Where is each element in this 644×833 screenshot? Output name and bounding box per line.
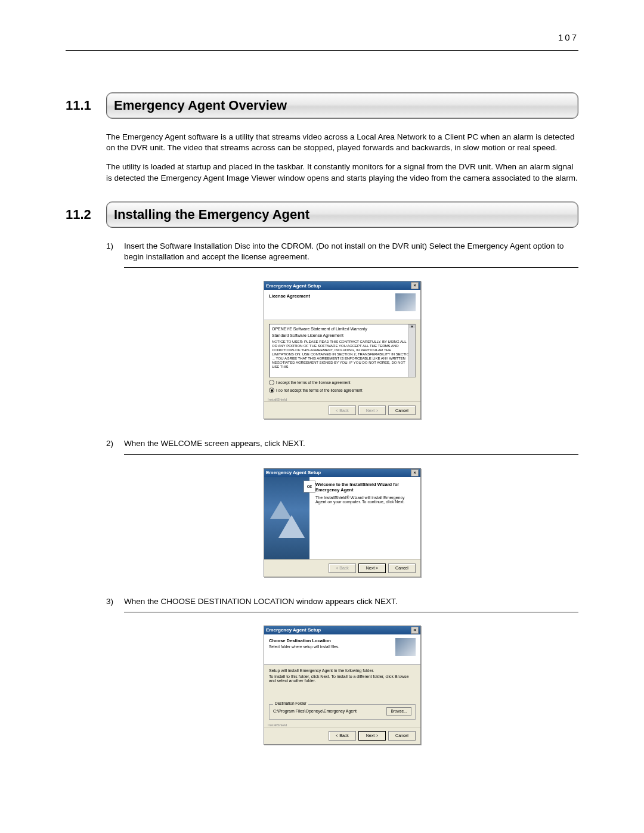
- installer-window: Emergency Agent Setup × OE Welcome to th…: [264, 468, 421, 577]
- section-11-1: 11.1 Emergency Agent Overview The Emerge…: [66, 92, 578, 184]
- section-body: The Emergency Agent software is a utilit…: [106, 132, 578, 184]
- body-line: Setup will install Emergency Agent in th…: [269, 668, 416, 673]
- fieldset-legend: Destination Folder: [273, 701, 308, 705]
- header-bold: License Agreement: [269, 293, 310, 299]
- window-title: Emergency Agent Setup: [266, 283, 321, 289]
- header-art: [395, 293, 416, 311]
- step-text: When the CHOOSE DESTINATION LOCATION win…: [124, 596, 578, 612]
- next-button[interactable]: Next >: [358, 731, 386, 741]
- titlebar: Emergency Agent Setup ×: [264, 281, 420, 290]
- header-sub: Select folder where setup will install f…: [269, 645, 339, 649]
- header-bold: Choose Destination Location: [269, 638, 339, 643]
- browse-button[interactable]: Browse...: [386, 707, 411, 716]
- cancel-button[interactable]: Cancel: [388, 405, 416, 415]
- radio-accept[interactable]: I accept the terms of the license agreem…: [269, 380, 416, 385]
- step-2: 2) When the WELCOME screen appears, clic…: [106, 438, 578, 454]
- logo-icon: OE: [304, 481, 315, 493]
- titlebar: Emergency Agent Setup ×: [264, 626, 420, 634]
- step-3: 3) When the CHOOSE DESTINATION LOCATION …: [106, 596, 578, 612]
- screenshot-3: Emergency Agent Setup × Choose Destinati…: [106, 612, 578, 761]
- heading-title: Emergency Agent Overview: [106, 92, 578, 119]
- back-button[interactable]: < Back: [329, 405, 356, 415]
- license-line: Standard Software License Agreement: [272, 333, 413, 337]
- window-title: Emergency Agent Setup: [266, 470, 321, 475]
- close-icon[interactable]: ×: [411, 469, 419, 476]
- screenshot-1: Emergency Agent Setup × License Agreemen…: [106, 268, 578, 436]
- header-art: [395, 638, 416, 656]
- next-button[interactable]: Next >: [358, 405, 386, 415]
- heading-number: 11.2: [66, 202, 106, 228]
- radio-reject[interactable]: I do not accept the terms of the license…: [269, 388, 416, 393]
- body-line: To install to this folder, click Next. T…: [269, 674, 416, 683]
- step-1: 1) Insert the Software Installation Disc…: [106, 241, 578, 268]
- step-number: 1): [106, 241, 124, 268]
- welcome-heading: Welcome to the InstallShield Wizard for …: [315, 482, 414, 493]
- close-icon[interactable]: ×: [411, 627, 419, 634]
- close-icon[interactable]: ×: [411, 282, 419, 289]
- content: Setup will install Emergency Agent in th…: [264, 665, 420, 722]
- screenshot-2: Emergency Agent Setup × OE Welcome to th…: [106, 455, 578, 594]
- step-number: 2): [106, 438, 124, 454]
- brand: InstallShield: [264, 722, 420, 727]
- header: Choose Destination Location Select folde…: [264, 634, 420, 665]
- titlebar: Emergency Agent Setup ×: [264, 469, 420, 477]
- para: The utility is loaded at startup and pla…: [106, 162, 578, 183]
- welcome-body-text: The InstallShield® Wizard will install E…: [315, 496, 414, 504]
- destination-fieldset: Destination Folder C:\Program Files\Open…: [269, 704, 416, 720]
- installer-window: Emergency Agent Setup × Choose Destinati…: [264, 625, 421, 745]
- brand: InstallShield: [264, 397, 420, 401]
- back-button[interactable]: < Back: [329, 731, 356, 741]
- scrollbar[interactable]: [408, 324, 415, 377]
- back-button[interactable]: < Back: [329, 563, 356, 573]
- content: OPENEYE Software Statement of Limited Wa…: [264, 320, 420, 397]
- license-line: OPENEYE Software Statement of Limited Wa…: [272, 327, 413, 331]
- license-textbox[interactable]: OPENEYE Software Statement of Limited Wa…: [269, 324, 416, 377]
- page-number: 107: [558, 32, 578, 42]
- para: The Emergency Agent software is a utilit…: [106, 132, 578, 153]
- page: 107 11.1 Emergency Agent Overview The Em…: [0, 0, 644, 833]
- side-art: OE: [264, 477, 309, 559]
- cancel-button[interactable]: Cancel: [388, 563, 416, 573]
- header: License Agreement: [264, 290, 420, 320]
- step-number: 3): [106, 596, 124, 612]
- section-11-2: 11.2 Installing the Emergency Agent: [66, 202, 578, 228]
- heading-row: 11.2 Installing the Emergency Agent: [66, 202, 578, 228]
- step-text: When the WELCOME screen appears, click N…: [124, 438, 578, 454]
- step-text: Insert the Software Installation Disc in…: [124, 241, 578, 268]
- window-title: Emergency Agent Setup: [266, 627, 321, 633]
- button-row: < Back Next > Cancel: [264, 727, 420, 744]
- install-path: C:\Program Files\Openeye\Emergency Agent: [273, 709, 357, 713]
- heading-number: 11.1: [66, 92, 106, 119]
- welcome-body: OE Welcome to the InstallShield Wizard f…: [264, 477, 420, 559]
- next-button[interactable]: Next >: [358, 563, 386, 573]
- license-body: NOTICE TO USER: PLEASE READ THIS CONTRAC…: [272, 340, 413, 368]
- button-row: < Back Next > Cancel: [264, 559, 420, 577]
- top-rule: [66, 50, 578, 51]
- heading-title: Installing the Emergency Agent: [106, 202, 578, 228]
- cancel-button[interactable]: Cancel: [388, 731, 416, 741]
- heading-row: 11.1 Emergency Agent Overview: [66, 92, 578, 119]
- installer-window: Emergency Agent Setup × License Agreemen…: [264, 281, 421, 419]
- button-row: < Back Next > Cancel: [264, 401, 420, 419]
- welcome-text: Welcome to the InstallShield Wizard for …: [309, 477, 420, 559]
